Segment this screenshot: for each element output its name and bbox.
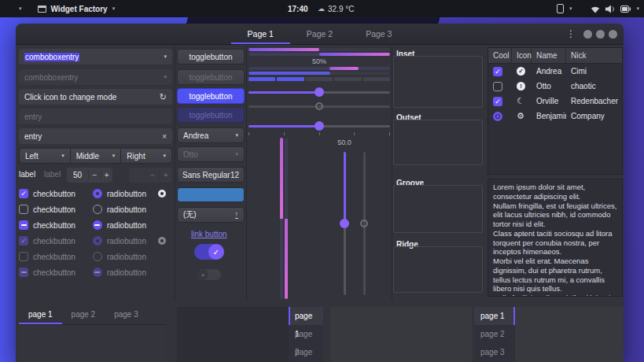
textview[interactable]: Lorem ipsum dolor sit amet, consectetur … [488, 179, 623, 297]
combobox-value: Andrea [183, 131, 208, 140]
system-tray: ▾ ▾ [557, 0, 639, 17]
spin-plus-icon[interactable]: + [101, 171, 112, 179]
tab-page-3[interactable]: Page 3 [349, 24, 408, 44]
display-icon[interactable] [557, 4, 564, 13]
checkbutton-label: checkbutton [33, 268, 75, 277]
checkbox-unchecked[interactable] [493, 82, 502, 91]
wifi-icon[interactable] [591, 5, 600, 13]
checkbox-mixed[interactable] [19, 220, 28, 230]
hscale-knob[interactable] [315, 121, 324, 131]
notebook-tab-page2[interactable]: page 2 [289, 325, 323, 343]
notebook-tab-page1[interactable]: page 1 [289, 307, 323, 325]
weather-indicator[interactable]: ☁ 32.9 °C [318, 0, 354, 17]
spin-minus-icon[interactable]: − [88, 171, 100, 179]
togglebutton-active[interactable]: togglebutton [177, 88, 245, 104]
minimize-button[interactable] [583, 30, 592, 39]
left-button-label: Left [25, 152, 39, 161]
scale-knob-icon-disabled [158, 237, 166, 245]
spin-plus-icon: + [159, 171, 172, 179]
column-header-nick[interactable]: Nick [566, 48, 622, 63]
refresh-icon[interactable]: ↻ [160, 92, 167, 102]
close-button[interactable] [609, 30, 617, 39]
gears-icon: ⚙ [517, 111, 524, 121]
switch-on[interactable]: ✓ [194, 244, 224, 260]
table-row[interactable]: ✓ ✓ Andrea Cimi [488, 64, 622, 79]
file-chooser-button[interactable]: (无) ↑ [177, 207, 245, 223]
combobox-disabled: Otto ▾ [177, 146, 245, 162]
middle-button-label: Middle [76, 152, 99, 161]
notebook-content [177, 307, 289, 362]
apps-caret-icon[interactable]: ▾ [19, 6, 22, 12]
right-button[interactable]: Right ▾ [121, 148, 172, 164]
font-button[interactable]: Sans Regular 12 [177, 167, 245, 183]
radiobutton-mixed[interactable] [93, 220, 102, 230]
display-caret-icon[interactable]: ▾ [569, 6, 572, 12]
volume-icon[interactable] [605, 5, 615, 13]
radiobutton-checked-disabled [93, 236, 102, 246]
table-row[interactable]: ⚙ Benjamin Company [488, 109, 622, 124]
temperature-label: 32.9 °C [328, 5, 354, 13]
scale-knob-icon[interactable] [158, 190, 166, 198]
notebook-tab-page1[interactable]: page 1 [474, 307, 515, 325]
app-menu-title[interactable]: Widget Factory [51, 5, 108, 13]
notebook-tab-page1[interactable]: page 1 [19, 305, 62, 324]
app-menu-caret-icon[interactable]: ▾ [112, 6, 116, 12]
clock[interactable]: 17:40 [288, 0, 308, 17]
notebook-tab-page3[interactable]: page 3 [105, 305, 148, 324]
vscale[interactable] [340, 152, 349, 295]
hscale-knob[interactable] [315, 87, 324, 97]
progress-fill [280, 138, 283, 219]
link-button[interactable]: link button [191, 230, 227, 238]
hscale-with-marks[interactable] [248, 121, 390, 131]
table-row[interactable]: ! Otto chaotic [488, 79, 622, 94]
levelbar [248, 77, 390, 81]
middle-button[interactable]: Middle ▾ [71, 148, 122, 164]
combobox[interactable]: Andrea ▾ [177, 127, 245, 143]
hscale[interactable] [248, 87, 390, 97]
window-icon [38, 6, 46, 13]
entry[interactable]: entry × [19, 128, 172, 144]
checkbox-checked[interactable]: ✓ [19, 189, 28, 198]
radiobutton-checked[interactable] [493, 112, 502, 121]
vscale-knob[interactable] [340, 219, 349, 228]
column-header-icon[interactable]: Icon [512, 48, 532, 63]
column-header-name[interactable]: Name [532, 48, 566, 63]
maximize-button[interactable] [596, 30, 605, 39]
progressbar [248, 48, 390, 51]
radiobutton-checked[interactable] [93, 189, 102, 198]
column-header-cool[interactable]: Cool [488, 48, 512, 63]
radiobutton-mixed-disabled [93, 268, 102, 277]
column-progress: 50% 50.0 [248, 47, 390, 302]
clear-icon[interactable]: × [162, 132, 167, 141]
table-row[interactable]: ✓ ☾ Orville Redenbacher [488, 94, 622, 109]
checkbox-unchecked[interactable] [19, 205, 28, 214]
check-radio-row-disabled: checkbutton radiobutton [19, 250, 172, 263]
tab-page-2[interactable]: Page 2 [290, 24, 349, 44]
radiobutton-unchecked[interactable] [93, 205, 102, 214]
apps-grid-icon[interactable] [6, 5, 14, 13]
font-family-label: Sans Regular [182, 171, 230, 179]
hamburger-menu-icon[interactable]: ⋮ [564, 27, 578, 41]
spinbutton[interactable]: 50 − + [67, 168, 112, 183]
scale-value-label: 50.0 [329, 139, 360, 146]
notebook-tab-page3[interactable]: page 3 [474, 343, 515, 361]
checkbox-checked[interactable]: ✓ [493, 97, 502, 106]
notebook-tab-page2[interactable]: page 2 [474, 325, 515, 343]
battery-icon[interactable] [620, 6, 631, 13]
tray-caret-icon[interactable]: ▾ [636, 6, 639, 12]
notebook-tab-page2[interactable]: page 2 [62, 305, 105, 324]
checkbox-checked[interactable]: ✓ [493, 67, 502, 76]
mode-entry[interactable]: Click icon to change mode ↻ [19, 89, 172, 105]
notebook-tab-page3[interactable]: page 3 [289, 343, 323, 361]
progress-fill [319, 53, 390, 56]
comboboxentry[interactable]: comboboxentry ▾ [19, 49, 172, 65]
left-button[interactable]: Left ▾ [19, 148, 71, 164]
hscale-disabled [248, 102, 390, 111]
color-button[interactable] [177, 187, 245, 202]
togglebutton[interactable]: togglebutton [177, 49, 245, 65]
chevron-down-icon: ▾ [235, 132, 238, 139]
entry-value: entry [24, 132, 42, 141]
label-disabled: label [44, 170, 61, 179]
tab-page-1[interactable]: Page 1 [231, 24, 290, 44]
progress-fill [285, 219, 288, 300]
